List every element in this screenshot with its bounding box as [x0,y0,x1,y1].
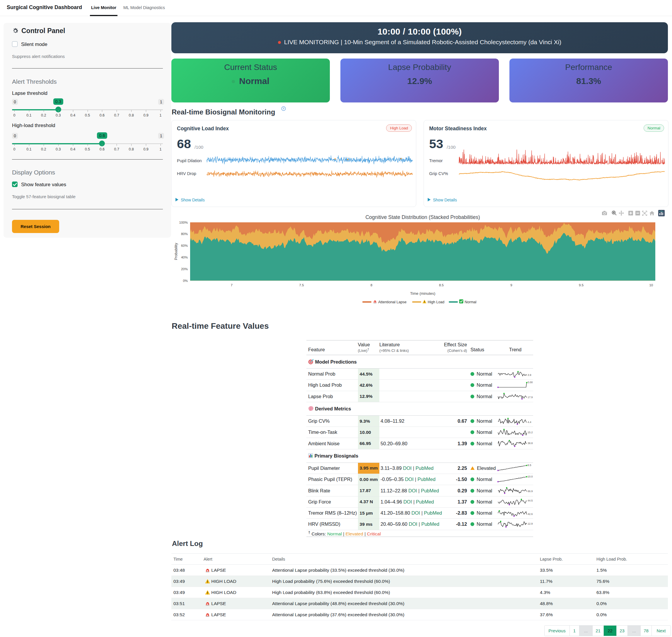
svg-text:40%: 40% [181,256,188,259]
svg-text:3.9: 3.9 [528,374,531,377]
svg-text:9: 9 [510,284,512,287]
svg-text:60%: 60% [181,244,188,248]
svg-text:42.6: 42.6 [528,513,533,515]
svg-text:8.5: 8.5 [439,284,444,287]
svg-text:9.5: 9.5 [579,284,584,287]
svg-text:Attentional Lapse: Attentional Lapse [378,300,407,304]
svg-text:Probability: Probability [174,243,178,260]
svg-text:38.8: 38.8 [528,442,533,445]
svg-text:Normal: Normal [465,300,476,304]
svg-text:0.00: 0.00 [528,381,533,384]
svg-text:17.9: 17.9 [528,396,533,399]
svg-text:10.0: 10.0 [528,475,533,478]
svg-text:100%: 100% [179,221,188,224]
svg-text:44.5: 44.5 [528,499,533,502]
svg-text:7: 7 [231,284,232,287]
svg-text:15.2: 15.2 [528,431,533,434]
svg-text:8: 8 [371,284,372,287]
svg-text:Cognitive State Distribution (: Cognitive State Distribution (Stacked Pr… [365,214,480,220]
svg-text:7.5: 7.5 [299,284,304,287]
svg-text:66.9: 66.9 [528,490,533,493]
svg-text:12.9: 12.9 [528,522,533,525]
svg-text:Time (minutes): Time (minutes) [410,291,435,296]
svg-text:High Load: High Load [428,300,444,304]
svg-text:?: ? [283,107,284,110]
svg-text:80%: 80% [181,232,188,236]
svg-text:0%: 0% [183,279,188,283]
svg-text:20%: 20% [181,267,188,271]
svg-text:9.5: 9.5 [528,464,531,467]
svg-text:4.4: 4.4 [528,421,531,424]
svg-text:10: 10 [649,284,653,287]
